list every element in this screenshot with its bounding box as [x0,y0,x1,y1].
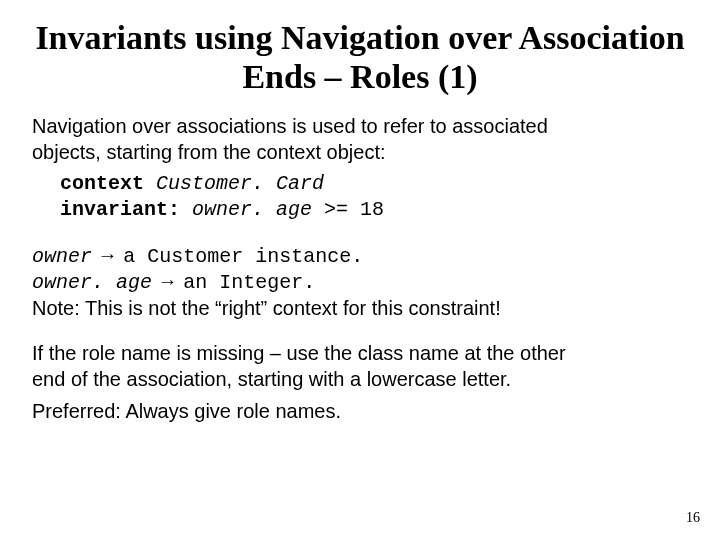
code-context-expr: Customer. Card [144,172,324,195]
slide-title: Invariants using Navigation over Associa… [32,18,688,96]
code-kw-context: context [60,172,144,195]
preferred-line: Preferred: Always give role names. [32,399,688,425]
intro-line-2: objects, starting from the context objec… [32,141,386,163]
missing-line-2: end of the association, starting with a … [32,368,511,390]
arrow-icon: → [92,244,123,266]
code-inv-op: >= 18 [324,198,384,221]
explain-paragraph: owner → a Customer instance. owner. age … [32,243,688,322]
explain-note: Note: This is not the “right” context fo… [32,297,501,319]
explain-ownerage-term: owner. age [32,271,152,294]
page-number: 16 [686,510,700,526]
missing-role-paragraph: If the role name is missing – use the cl… [32,341,688,392]
code-inv-expr: owner. age [180,198,324,221]
intro-paragraph: Navigation over associations is used to … [32,114,688,165]
intro-line-1: Navigation over associations is used to … [32,115,548,137]
explain-ownerage-desc: an Integer. [183,271,315,294]
explain-owner-term: owner [32,245,92,268]
missing-line-1: If the role name is missing – use the cl… [32,342,566,364]
explain-owner-desc: a Customer instance. [123,245,363,268]
code-kw-invariant: invariant: [60,198,180,221]
arrow-icon: → [152,270,183,292]
code-block: context Customer. Card invariant: owner.… [60,171,688,222]
